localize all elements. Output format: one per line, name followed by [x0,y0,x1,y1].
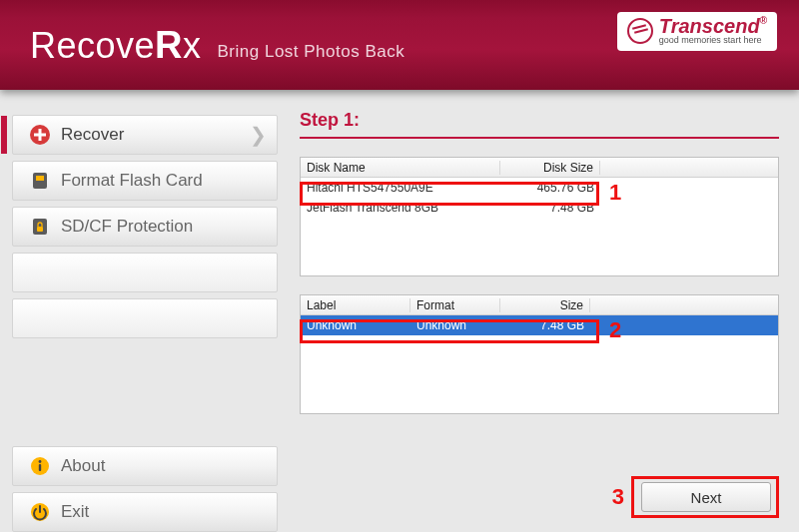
flash-card-icon [29,170,51,192]
next-button[interactable]: Next [641,482,771,512]
step-title: Step 1: [300,110,779,139]
col-partition-size[interactable]: Size [500,298,590,312]
sidebar-label-format: Format Flash Card [61,171,203,191]
disk-table-header: Disk Name Disk Size [301,158,778,178]
chevron-right-icon: ❯ [250,123,267,147]
svg-rect-4 [36,176,44,181]
partition-format-cell: Unknown [410,318,500,332]
sidebar-item-empty-1 [12,253,278,292]
lock-icon [29,216,51,238]
app-header: RecoveRx Bring Lost Photos Back Transcen… [0,0,799,90]
sidebar-label-protection: SD/CF Protection [61,217,193,237]
sidebar-label-exit: Exit [61,502,89,522]
app-title: RecoveRx Bring Lost Photos Back [30,24,404,67]
title-part-c: x [183,25,202,67]
title-part-b: R [155,24,183,67]
disk-size-cell: 7.48 GB [500,201,600,215]
partition-label-cell: Unknown [301,318,410,332]
brand-name: Transcend [659,16,767,36]
callout-label-3: 3 [612,484,624,510]
disk-name-cell: JetFlash Transcend 8GB [301,201,500,215]
svg-rect-2 [34,134,46,137]
disk-size-cell: 465.76 GB [500,181,600,195]
info-icon [29,455,51,477]
partition-row[interactable]: Unknown Unknown 7.48 GB [301,315,778,335]
brand-badge: Transcend good memories start here [617,12,777,51]
col-partition-format[interactable]: Format [410,298,500,312]
sidebar-label-recover: Recover [61,125,124,145]
partition-list-panel: Label Format Size Unknown Unknown 7.48 G… [300,294,779,414]
sidebar-item-recover[interactable]: Recover ❯ [12,115,278,155]
callout-label-2: 2 [609,317,621,343]
svg-point-8 [39,460,42,463]
recover-icon [29,124,51,146]
disk-row[interactable]: JetFlash Transcend 8GB 7.48 GB [301,198,778,218]
partition-size-cell: 7.48 GB [500,318,590,332]
svg-rect-6 [37,227,43,232]
disk-name-cell: Hitachi HTS547550A9E [301,181,500,195]
disk-row[interactable]: Hitachi HTS547550A9E 465.76 GB [301,178,778,198]
sidebar-item-empty-2 [12,298,278,338]
app-subtitle: Bring Lost Photos Back [218,42,405,62]
brand-tagline: good memories start here [659,36,767,45]
svg-rect-9 [39,464,41,471]
sidebar-label-about: About [61,456,105,476]
col-partition-label[interactable]: Label [301,298,410,312]
title-part-a: Recove [30,25,155,67]
partition-table-header: Label Format Size [301,295,778,315]
power-icon [29,501,51,523]
col-disk-size[interactable]: Disk Size [500,161,600,175]
sidebar: Recover ❯ Format Flash Card SD/CF Protec… [0,90,290,532]
sidebar-item-about[interactable]: About [12,446,278,486]
sidebar-item-exit[interactable]: Exit [12,492,278,532]
sidebar-item-format[interactable]: Format Flash Card [12,161,278,201]
main-panel: Step 1: Disk Name Disk Size Hitachi HTS5… [290,90,799,532]
sidebar-item-protection[interactable]: SD/CF Protection [12,207,278,247]
transcend-logo-icon [627,18,653,44]
col-disk-name[interactable]: Disk Name [301,161,500,175]
callout-label-1: 1 [609,180,621,206]
disk-list-panel: Disk Name Disk Size Hitachi HTS547550A9E… [300,157,779,276]
